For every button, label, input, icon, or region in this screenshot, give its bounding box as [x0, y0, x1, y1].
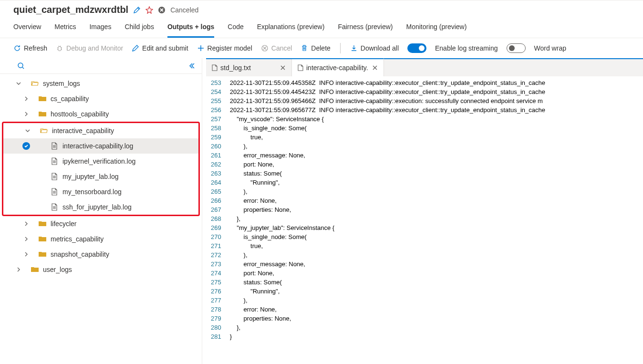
folder-icon: [38, 111, 47, 117]
canceled-status-icon: [158, 6, 166, 14]
bug-icon: [56, 44, 63, 52]
star-icon[interactable]: [145, 6, 153, 14]
chevron-right-icon: [23, 252, 30, 257]
cancel-button: Cancel: [261, 44, 292, 52]
file-icon: [50, 203, 59, 211]
editor-pane: std_log.txt interactive-capability. 2532…: [206, 58, 643, 364]
tab-fairness[interactable]: Fairness (preview): [338, 23, 393, 38]
tree-folder-cs-capability[interactable]: cs_capability: [0, 91, 202, 106]
tree-folder-snapshot-capability[interactable]: snapshot_capability: [0, 247, 202, 262]
file-icon: [298, 64, 303, 71]
chevron-down-icon: [15, 81, 22, 86]
chevron-right-icon: [23, 112, 30, 116]
file-tab-std-log[interactable]: std_log.txt: [206, 59, 292, 76]
file-icon: [50, 157, 59, 165]
download-all-button[interactable]: Download all: [350, 44, 399, 52]
svg-point-3: [18, 63, 23, 68]
status-text: Canceled: [170, 6, 198, 14]
enable-log-streaming-label: Enable log streaming: [435, 44, 498, 52]
file-icon: [50, 188, 59, 196]
folder-open-icon: [40, 127, 48, 134]
chevron-down-icon: [24, 128, 31, 133]
tree-file-ipykernel-verification-log[interactable]: ipykernel_verification.log: [3, 154, 198, 169]
toolbar: Refresh Debug and Monitor Edit and submi…: [0, 38, 643, 58]
folder-icon: [38, 221, 47, 227]
code-content[interactable]: 2022-11-30T21:55:09.445358Z INFO interac…: [230, 76, 643, 364]
chevron-right-icon: [23, 96, 30, 101]
tree-file-ssh-for-jupyter-lab-log[interactable]: ssh_for_jupyter_lab.log: [3, 199, 198, 215]
collapse-sidebar-icon[interactable]: [188, 62, 195, 69]
refresh-button[interactable]: Refresh: [13, 44, 47, 52]
folder-icon: [38, 251, 47, 257]
toolbar-separator: [340, 43, 341, 53]
file-icon: [212, 64, 218, 71]
close-icon[interactable]: [280, 65, 286, 71]
chevron-right-icon: [23, 237, 30, 241]
folder-icon: [38, 236, 47, 242]
trash-icon: [301, 44, 308, 52]
register-model-button[interactable]: Register model: [197, 44, 252, 52]
search-icon[interactable]: [17, 62, 25, 70]
delete-button[interactable]: Delete: [301, 44, 330, 52]
svg-point-1: [58, 47, 62, 51]
tab-metrics[interactable]: Metrics: [54, 23, 76, 38]
folder-open-icon: [31, 80, 39, 87]
close-icon[interactable]: [372, 65, 378, 71]
tree-file-my-jupyter-lab-log[interactable]: my_jupyter_lab.log: [3, 169, 198, 184]
word-wrap-toggle[interactable]: [507, 43, 526, 53]
file-tabs: std_log.txt interactive-capability.: [206, 59, 643, 76]
tree-folder-system-logs[interactable]: system_logs: [0, 76, 202, 91]
file-icon: [50, 173, 59, 180]
word-wrap-label: Word wrap: [534, 44, 566, 52]
file-icon: [50, 142, 59, 150]
cancel-icon: [261, 44, 269, 52]
selected-check-icon: [22, 142, 30, 150]
nav-tabs: Overview Metrics Images Child jobs Outpu…: [0, 17, 643, 38]
pencil-icon: [132, 44, 139, 52]
refresh-icon: [13, 44, 21, 52]
folder-icon: [31, 267, 39, 272]
tab-overview[interactable]: Overview: [13, 23, 41, 38]
chevron-right-icon: [15, 267, 22, 272]
tree-folder-metrics-capability[interactable]: metrics_capability: [0, 231, 202, 247]
tab-images[interactable]: Images: [89, 23, 111, 38]
edit-submit-button[interactable]: Edit and submit: [132, 44, 188, 52]
page-header: quiet_carpet_mdzwxrdtbl Canceled: [0, 0, 643, 17]
tab-child-jobs[interactable]: Child jobs: [124, 23, 154, 38]
tree-file-my-tensorboard-log[interactable]: my_tensorboard.log: [3, 184, 198, 199]
file-tab-interactive-capability[interactable]: interactive-capability.: [292, 58, 384, 76]
job-title: quiet_carpet_mdzwxrdtbl: [13, 4, 128, 15]
line-number-gutter: 2532542552562572582592602612622632642652…: [206, 76, 230, 364]
tree-folder-hosttools-capability[interactable]: hosttools_capability: [0, 106, 202, 122]
folder-icon: [38, 96, 47, 102]
tree-folder-user-logs[interactable]: user_logs: [0, 262, 202, 277]
file-tree-sidebar: system_logs cs_capability hosttools_capa…: [0, 58, 202, 364]
tab-monitoring[interactable]: Monitoring (preview): [406, 23, 467, 38]
tab-explanations[interactable]: Explanations (preview): [257, 23, 325, 38]
tab-code[interactable]: Code: [228, 23, 243, 38]
edit-icon[interactable]: [133, 6, 141, 14]
chevron-right-icon: [23, 221, 30, 226]
debug-monitor-button: Debug and Monitor: [56, 44, 123, 52]
plus-icon: [197, 44, 205, 52]
enable-log-streaming-toggle[interactable]: [407, 43, 426, 53]
tab-outputs-logs[interactable]: Outputs + logs: [167, 23, 214, 38]
tree-file-interactive-capability-log[interactable]: interactive-capability.log: [3, 138, 198, 154]
tree-folder-lifecycler[interactable]: lifecycler: [0, 216, 202, 231]
tree-folder-interactive-capability[interactable]: interactive_capability: [3, 123, 198, 138]
highlight-annotation: interactive_capability interactive-capab…: [2, 122, 200, 216]
download-icon: [350, 44, 358, 52]
